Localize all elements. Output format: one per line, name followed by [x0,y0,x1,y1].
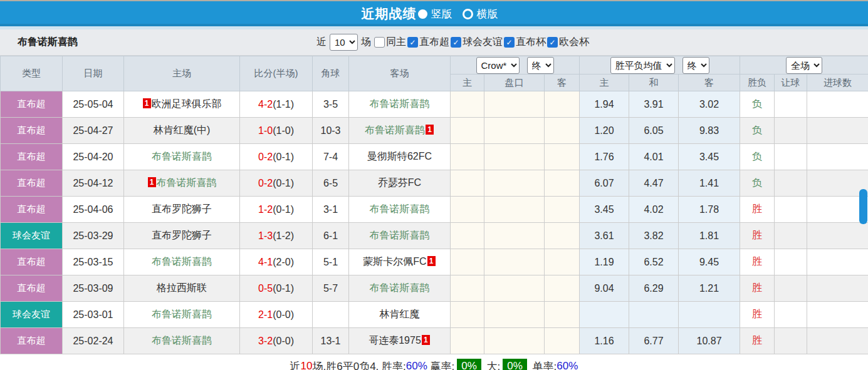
handicap-home-cell [451,197,484,223]
handicap-line-cell [484,275,545,302]
goals-count-cell [807,91,868,118]
score-cell: 2-1(0-0) [240,302,313,328]
checkbox-label[interactable]: 欧会杯 [559,36,589,49]
summary-segment: 0% [457,359,481,370]
score-cell: 0-2(0-1) [240,144,313,170]
odds-away-cell: 9.83 [679,118,740,144]
score-cell: 1-2(0-1) [240,197,313,223]
team-label: 蒙斯卡尔佩FC [363,256,426,267]
result-cell: 胜 [740,302,775,328]
home-team: 布鲁诺斯喜鹊 [124,249,240,275]
handicap-result-cell [775,249,807,275]
matches-label: 场 [361,36,371,49]
horizontal-layout-radio[interactable] [463,9,473,19]
match-type: 直布超 [1,249,63,275]
result-cell: 负 [740,91,775,118]
match-type: 直布超 [1,144,63,170]
panel-title: 近期战绩 [362,5,417,23]
odds-draw-cell: 6.05 [629,118,679,144]
halftime-score: (0-1) [273,178,294,188]
odds-draw-cell: 4.47 [629,170,679,197]
match-row: 直布超25-04-06直布罗陀狮子1-2(0-1)3-1布鲁诺斯喜鹊3.454.… [1,197,868,223]
match-type: 直布超 [1,91,63,118]
halftime-score: (0-0) [273,309,294,320]
col-away: 客场 [349,56,451,91]
away-team: 布鲁诺斯喜鹊 [349,91,451,118]
home-team: 布鲁诺斯喜鹊 [124,328,240,354]
team-label: 乔瑟芬FC [378,177,421,188]
corner-cell: 13-1 [313,328,349,354]
unchecked-checkbox[interactable] [374,37,385,48]
recent-results-panel: 近期战绩 竖版 横版 布鲁诺斯喜鹊 近 10 场 同主✓直布超✓球会友谊✓直布杯… [0,0,868,370]
summary-segment: 60% [406,360,427,370]
bookmaker-select[interactable]: Crow* [476,57,520,74]
checkbox-label[interactable]: 同主 [386,36,406,49]
home-team: 1布鲁诺斯喜鹊 [124,170,240,197]
goals-count-cell [807,328,868,354]
checkbox-label[interactable]: 直布杯 [516,36,546,49]
summary-segment: 10 [301,360,313,370]
odds-home-cell: 1.20 [580,118,629,144]
filter-bar: 布鲁诺斯喜鹊 近 10 场 同主✓直布超✓球会友谊✓直布杯✓欧会杯 [0,29,868,56]
handicap-line-cell [484,302,545,328]
checked-checkbox[interactable]: ✓ [504,37,515,48]
odds-time-select[interactable]: 终 [682,57,709,74]
match-date: 25-03-29 [63,223,124,249]
checkbox-label[interactable]: 球会友谊 [463,36,503,49]
bookmaker-time-select[interactable]: 终 [527,57,554,74]
checked-checkbox[interactable]: ✓ [451,37,461,48]
odds-away-cell: 3.02 [679,91,740,118]
checked-checkbox[interactable]: ✓ [407,37,418,48]
match-type: 直布超 [1,328,63,354]
col-home: 主场 [124,56,240,91]
odds-home-cell: 1.19 [580,249,629,275]
handicap-away-cell [545,91,580,118]
away-team: 布鲁诺斯喜鹊1 [349,118,451,144]
result-cell: 胜 [740,328,775,354]
red-card-badge: 1 [422,335,430,345]
team-label: 布鲁诺斯喜鹊 [152,335,212,346]
checked-checkbox[interactable]: ✓ [547,37,558,48]
handicap-result-cell [775,302,807,328]
period-group: 全场 [740,56,868,75]
team-label: 布鲁诺斯喜鹊 [370,203,430,214]
home-team: 林肯红魔(中) [124,118,240,144]
team-label: 格拉西斯联 [157,282,207,293]
handicap-away-cell [545,249,580,275]
scroll-handle[interactable] [859,189,867,224]
odds-away-cell [679,302,740,328]
odds-draw-cell: 4.02 [629,197,679,223]
odds-away-cell: 1.78 [679,197,740,223]
checkbox-label[interactable]: 直布超 [419,36,449,49]
handicap-home-cell [451,223,484,249]
fulltime-score: 1-0 [258,125,273,136]
subcol-odds-draw: 和 [629,75,679,91]
home-team: 格拉西斯联 [124,275,240,302]
match-type: 直布超 [1,118,63,144]
goals-count-cell [807,223,868,249]
goals-count-cell [807,275,868,302]
odds-home-cell: 1.76 [580,144,629,170]
horizontal-layout-label[interactable]: 横版 [477,7,498,21]
corner-cell: 5-1 [313,249,349,275]
period-select[interactable]: 全场 [786,57,822,74]
vertical-layout-label[interactable]: 竖版 [431,7,452,21]
col-score: 比分(半场) [240,56,313,91]
odds-home-cell: 3.45 [580,197,629,223]
match-date: 25-05-04 [63,91,124,118]
summary-segment: 0% [503,359,527,370]
odds-home-cell: 6.07 [580,170,629,197]
handicap-result-cell [775,170,807,197]
handicap-line-cell [484,197,545,223]
competition-filters: 同主✓直布超✓球会友谊✓直布杯✓欧会杯 [374,36,589,49]
handicap-line-cell [484,328,545,354]
red-card-badge: 1 [426,125,434,135]
odds-average-select[interactable]: 胜平负均值 [610,57,675,74]
handicap-home-cell [451,302,484,328]
match-row: 球会友谊25-03-29直布罗陀狮子1-3(1-2)6-1布鲁诺斯喜鹊3.613… [1,223,868,249]
away-team: 曼彻斯特62FC [349,144,451,170]
title-bar: 近期战绩 竖版 横版 [0,1,868,26]
match-count-select[interactable]: 10 [330,34,358,51]
vertical-layout-radio[interactable] [418,9,427,19]
match-row: 直布超25-03-09格拉西斯联0-5(0-1)5-7布鲁诺斯喜鹊9.046.2… [1,275,868,302]
